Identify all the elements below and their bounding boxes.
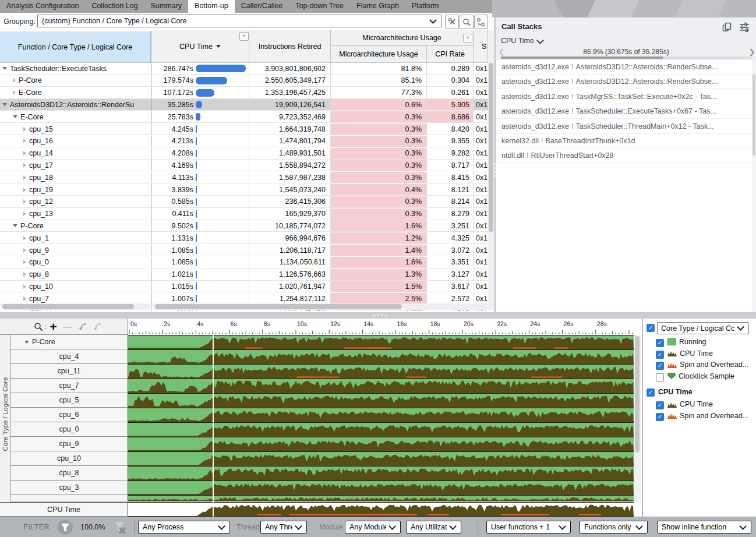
- expand-arrow-icon[interactable]: [23, 284, 26, 289]
- column-header-cpu-time[interactable]: CPU Time: [151, 30, 249, 63]
- timeline-ruler[interactable]: 0s2s4s6s8s10s12s14s16s18s20s22s24s26s28s: [128, 319, 634, 335]
- call-stack-mode-filter-select[interactable]: User functions + 1: [486, 521, 571, 534]
- stack-frame[interactable]: kernel32.dll!BaseThreadInitThunk+0x1d: [496, 134, 756, 149]
- inline-mode-filter-select[interactable]: Show inline function: [657, 521, 751, 534]
- column-header-next-clipped[interactable]: S: [474, 30, 488, 63]
- table-row[interactable]: cpu_174.169s1,558,894,2720.3%8.7170x1: [0, 160, 488, 172]
- process-filter-select[interactable]: Any Process: [138, 521, 230, 534]
- column-header-microarchitecture-usage[interactable]: Microarchitecture Usage: [331, 46, 427, 63]
- legend-group-checkbox[interactable]: ✓: [647, 324, 655, 332]
- timeline-row-chart[interactable]: [128, 466, 634, 481]
- collapse-arrow-icon[interactable]: [24, 341, 29, 344]
- table-row[interactable]: cpu_120.585s236,415,3060.3%8.2140x1: [0, 196, 488, 209]
- filter-summary-button[interactable]: [57, 519, 73, 537]
- table-row[interactable]: cpu_130.411s165,929,3700.3%8.2790x1: [0, 209, 488, 221]
- table-row[interactable]: cpu_144.208s1,489,931,5010.3%9.2820x1: [0, 148, 488, 160]
- timeline-row-chart[interactable]: [128, 393, 634, 408]
- tab-summary[interactable]: Summary: [144, 0, 188, 13]
- legend-item-checkbox[interactable]: [656, 373, 664, 381]
- table-row[interactable]: P-Core179.574s2,550,605,349,17785.1%0.30…: [0, 75, 488, 87]
- copy-button[interactable]: [722, 22, 732, 34]
- table-row[interactable]: TaskScheduler::ExecuteTasks286.747s3,903…: [0, 63, 488, 75]
- legend-item-checkbox[interactable]: ✓: [656, 413, 664, 421]
- timeline-row-label-cpu_4[interactable]: cpu_4: [10, 349, 128, 364]
- expand-arrow-icon[interactable]: [23, 188, 26, 192]
- table-row[interactable]: AsteroidsD3D12::Asteroids::RenderSu35.28…: [0, 99, 488, 111]
- zoom-out-button[interactable]: —: [63, 322, 72, 332]
- table-row[interactable]: cpu_11.131s966,994,6761.2%4.3250x1: [0, 232, 488, 245]
- collapse-arrow-icon[interactable]: [2, 103, 7, 106]
- zoom-in-button[interactable]: +: [50, 322, 56, 332]
- legend-item-checkbox[interactable]: ✓: [656, 401, 664, 409]
- grid-vscrollbar[interactable]: [488, 30, 494, 310]
- legend-item-checkbox[interactable]: ✓: [656, 362, 664, 370]
- table-row[interactable]: cpu_91.085s1,206,118,7171.4%3.0720x1: [0, 245, 488, 257]
- column-header-function[interactable]: Function / Core Type / Logical Core: [0, 30, 151, 63]
- collapse-arrow-icon[interactable]: [13, 115, 17, 118]
- table-row[interactable]: cpu_81.021s1,126,576,6631.3%3.1270x1: [0, 269, 488, 281]
- table-row[interactable]: P-Core9.502s10,185,774,0721.6%3.2510x1: [0, 220, 488, 232]
- column-header-cpi-rate[interactable]: CPI Rate: [427, 46, 474, 63]
- stack-frame[interactable]: asteroids_d3d12.exe!AsteroidsD3D12::Aste…: [496, 60, 756, 75]
- call-stacks-settings-button[interactable]: [739, 22, 750, 34]
- expand-arrow-icon[interactable]: [23, 139, 26, 143]
- timeline-row-label-cpu_5[interactable]: cpu_5: [10, 393, 128, 408]
- timeline-row-label-cpu_8[interactable]: cpu_8: [10, 466, 128, 481]
- expand-arrow-icon[interactable]: [13, 90, 16, 95]
- table-row[interactable]: E-Core107.172s1,353,196,457,42577.3%0.26…: [0, 87, 488, 100]
- stack-frame[interactable]: asteroids_d3d12.exe!TaskMgrSS::TaskSet::…: [496, 90, 756, 104]
- stack-frame[interactable]: asteroids_d3d12.exe!AsteroidsD3D12::Aste…: [496, 75, 756, 89]
- grouping-select[interactable]: (custom) Function / Core Type / Logical …: [37, 15, 441, 27]
- tab-collection-log[interactable]: Collection Log: [85, 0, 144, 13]
- expand-arrow-icon[interactable]: [23, 236, 26, 241]
- timeline-row-chart[interactable]: [128, 408, 634, 422]
- timeline-row-label-cpu_10[interactable]: cpu_10: [10, 451, 128, 466]
- legend-grouping-select[interactable]: Core Type / Logical Cc: [657, 322, 749, 334]
- expand-arrow-icon[interactable]: [23, 199, 26, 204]
- table-row[interactable]: cpu_101.015s1,020,761,9471.5%3.6170x1: [0, 281, 488, 293]
- show-data-as-button[interactable]: [474, 15, 488, 29]
- search-button[interactable]: [460, 15, 474, 29]
- tab-platform[interactable]: Platform: [405, 0, 446, 13]
- timeline-row-label-cpu_0[interactable]: cpu_0: [10, 422, 128, 437]
- timeline-row-label-p-core[interactable]: P-Core: [10, 335, 128, 349]
- tab-bottom-up[interactable]: Bottom-up: [188, 0, 235, 13]
- timeline-row-chart[interactable]: [128, 364, 634, 379]
- stack-frame[interactable]: ntdll.dll!RtlUserThreadStart+0x28: [496, 149, 756, 163]
- column-header-instructions-retired[interactable]: Instructions Retired: [249, 30, 331, 63]
- stack-frame[interactable]: asteroids_d3d12.exe!TaskScheduler::Threa…: [496, 119, 756, 134]
- reset-zoom-icon[interactable]: [93, 323, 103, 331]
- table-row[interactable]: cpu_193.839s1,545,073,2400.4%8.1210x1: [0, 184, 488, 196]
- legend-item-checkbox[interactable]: ✓: [656, 351, 664, 359]
- undo-zoom-icon[interactable]: [78, 323, 88, 331]
- expand-arrow-icon[interactable]: [13, 78, 16, 83]
- table-row[interactable]: cpu_184.113s1,587,987,2380.3%8.4150x1: [0, 172, 488, 184]
- zoom-magnifier-icon[interactable]: [34, 322, 43, 331]
- expand-arrow-icon[interactable]: [23, 248, 26, 253]
- loop-mode-filter-select[interactable]: Functions only: [580, 521, 648, 534]
- tab-flame-graph[interactable]: Flame Graph: [350, 0, 405, 13]
- utilization-filter-select[interactable]: Any Utilization: [406, 521, 461, 534]
- thread-filter-select[interactable]: Any Thread: [260, 521, 307, 534]
- timeline-row-chart[interactable]: [128, 437, 634, 451]
- timeline-row-label-cpu_6[interactable]: cpu_6: [10, 408, 128, 422]
- clear-filters-button[interactable]: [112, 520, 127, 536]
- module-filter-select[interactable]: Any Module: [345, 521, 401, 534]
- timeline-row-chart-clipped[interactable]: [128, 495, 634, 501]
- tab-caller-callee[interactable]: Caller/Callee: [235, 0, 289, 13]
- table-row[interactable]: cpu_154.245s1,664,319,7480.3%8.4200x1: [0, 123, 488, 136]
- expand-arrow-icon[interactable]: [23, 211, 26, 216]
- collapse-uarch-column-button[interactable]: «: [463, 34, 472, 43]
- tab-top-down-tree[interactable]: Top-down Tree: [289, 0, 350, 13]
- expand-arrow-icon[interactable]: [23, 272, 26, 277]
- timeline-row-chart[interactable]: [128, 349, 634, 364]
- timeline-row-label-cpu_7[interactable]: cpu_7: [10, 379, 128, 393]
- horizontal-splitter[interactable]: [0, 312, 756, 319]
- column-group-microarchitecture-usage[interactable]: Microarchitecture Usage: [331, 30, 474, 46]
- customize-grouping-button[interactable]: [445, 15, 459, 29]
- table-row[interactable]: cpu_01.085s1,134,050,6111.6%3.3510x1: [0, 257, 488, 269]
- timeline-row-chart[interactable]: [128, 451, 634, 466]
- timeline-row-chart[interactable]: [128, 379, 634, 393]
- legend-group-checkbox[interactable]: ✓: [647, 388, 655, 397]
- table-row[interactable]: E-Core25.783s9,723,352,4690.3%8.6860x1: [0, 111, 488, 123]
